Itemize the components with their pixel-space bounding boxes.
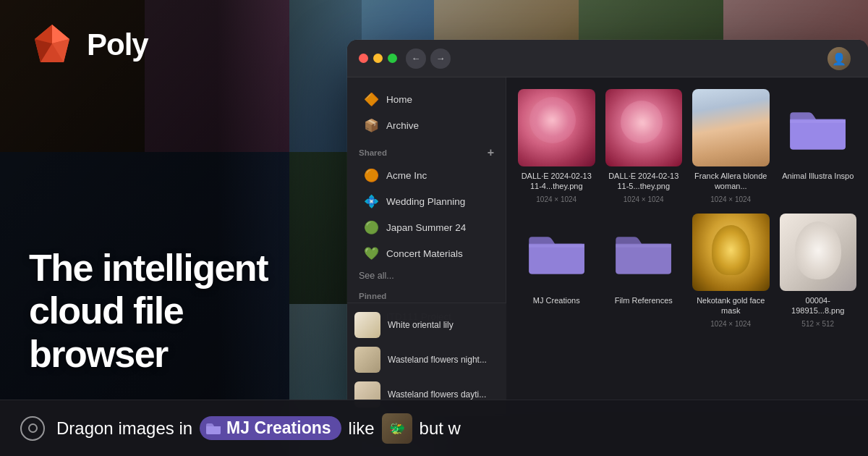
mj-creations-label: MJ Creations (226, 418, 331, 438)
file-meta-woman: 1024 × 1024 (710, 195, 751, 203)
file-meta-animal-img: 512 × 512 (801, 320, 834, 328)
file-item-film-references[interactable]: Film References (605, 214, 683, 328)
main-content-area: DALL·E 2024-02-13 11-4...they.png 1024 ×… (506, 77, 868, 416)
file-name-animal-illustra: Animal Illustra Inspo (782, 171, 854, 181)
folder-icon-acme: 🟠 (363, 168, 379, 183)
add-shared-button[interactable]: + (488, 146, 494, 159)
list-item-name-wasteland-night: Wasteland flowers night... (388, 355, 487, 365)
nav-buttons: ← → (406, 48, 451, 69)
sidebar-item-japan-summer[interactable]: 🟢 Japan Summer 24 (352, 215, 501, 240)
file-meta-dalle-2: 1024 × 1024 (624, 195, 664, 203)
sidebar-item-wedding-planning[interactable]: 💠 Wedding Planning (352, 189, 501, 214)
sidebar-item-label-japan: Japan Summer 24 (386, 222, 466, 233)
search-query: Dragon images in MJ Creations like 🐲 but… (56, 413, 461, 444)
shared-section-header: Shared + (347, 139, 506, 162)
file-thumb-mj-creations (518, 214, 595, 291)
list-thumb-lily (354, 312, 380, 338)
file-thumb-woman (692, 89, 770, 166)
traffic-lights (359, 54, 397, 63)
left-dark-overlay (0, 0, 362, 456)
file-thumb-nekotank (692, 214, 770, 291)
search-folder-pill[interactable]: MJ Creations (200, 416, 341, 440)
file-item-dalle-2[interactable]: DALL·E 2024-02-13 11-5...they.png 1024 ×… (605, 89, 683, 203)
file-name-animal-img: 00004-198915...8.png (780, 295, 857, 316)
file-thumb-film-references (605, 214, 683, 291)
thumb-image-dalle-2 (605, 89, 683, 166)
file-thumb-animal-img (780, 214, 857, 291)
nav-back-button[interactable]: ← (406, 48, 426, 69)
thumb-image-animal-img (780, 214, 857, 291)
search-icon (20, 416, 45, 441)
file-meta-nekotank: 1024 × 1024 (710, 320, 751, 328)
thumb-image-dalle-1 (518, 89, 595, 166)
nav-forward-button[interactable]: → (430, 48, 451, 69)
sidebar-item-label-archive: Archive (386, 120, 419, 131)
folder-icon-japan: 🟢 (363, 220, 379, 235)
list-item-name-lily: White oriental lily (388, 320, 454, 330)
logo-area: Poly (29, 22, 148, 68)
files-grid: DALL·E 2024-02-13 11-4...they.png 1024 ×… (518, 89, 856, 328)
file-name-dalle-1: DALL·E 2024-02-13 11-4...they.png (518, 171, 595, 192)
app-window: ← → 🔶 Home 📦 Archive Shared + 🟠 (347, 40, 868, 416)
file-name-woman: Franck Allera blonde woman... (692, 171, 770, 192)
file-item-animal-img[interactable]: 00004-198915...8.png 512 × 512 (780, 214, 857, 328)
sidebar-item-archive[interactable]: 📦 Archive (352, 113, 501, 138)
file-meta-dalle-1: 1024 × 1024 (536, 195, 576, 203)
archive-icon: 📦 (363, 118, 379, 133)
folder-animal-illustra (780, 89, 857, 166)
pinned-section-header: Pinned (347, 284, 506, 303)
sidebar-item-concert-materials[interactable]: 💚 Concert Materials (352, 241, 501, 266)
file-name-mj-creations: MJ Creations (533, 295, 580, 305)
folder-icon-concert: 💚 (363, 246, 379, 261)
thumb-image-woman (692, 89, 770, 166)
search-inner-circle (28, 423, 38, 433)
minimize-button[interactable] (373, 54, 383, 63)
file-name-dalle-2: DALL·E 2024-02-13 11-5...they.png (605, 171, 683, 192)
sidebar-item-label-wedding: Wedding Planning (386, 196, 465, 207)
see-all-link[interactable]: See all... (347, 267, 506, 284)
folder-icon-pill (205, 422, 221, 435)
file-name-film-references: Film References (615, 295, 673, 305)
file-item-dalle-1[interactable]: DALL·E 2024-02-13 11-4...they.png 1024 ×… (518, 89, 595, 203)
sidebar-item-acme-inc[interactable]: 🟠 Acme Inc (352, 163, 501, 188)
app-name: Poly (87, 28, 148, 62)
folder-mj-creations (518, 214, 595, 291)
search-text-like: like (349, 418, 375, 439)
search-bar[interactable]: Dragon images in MJ Creations like 🐲 but… (0, 400, 868, 456)
sidebar-item-label-home: Home (386, 94, 412, 105)
list-item-lily[interactable]: White oriental lily (354, 308, 499, 342)
logo-gem-icon (29, 22, 75, 68)
list-item-name-wasteland-day: Wasteland flowers dayti... (388, 389, 486, 400)
maximize-button[interactable] (388, 54, 397, 63)
sidebar-item-home[interactable]: 🔶 Home (352, 87, 501, 112)
title-bar: ← → (347, 40, 868, 77)
sidebar-item-label-concert: Concert Materials (386, 248, 463, 259)
file-item-animal-illustra[interactable]: Animal Illustra Inspo (780, 89, 857, 203)
home-icon: 🔶 (363, 92, 379, 107)
folder-icon-wedding: 💠 (363, 194, 379, 209)
file-item-woman[interactable]: Franck Allera blonde woman... 1024 × 102… (692, 89, 770, 203)
thumb-image-nekotank (692, 214, 770, 291)
folder-film-references (605, 214, 683, 291)
pinned-label: Pinned (359, 292, 386, 300)
sample-image-badge: 🐲 (382, 413, 412, 444)
list-item-wasteland-night[interactable]: Wasteland flowers night... (354, 342, 499, 377)
shared-label: Shared (359, 148, 387, 157)
tagline-text: The intelligent cloud file browser (29, 247, 268, 376)
list-thumb-wasteland-night (354, 347, 380, 373)
close-button[interactable] (359, 54, 368, 63)
sidebar-item-label-acme: Acme Inc (386, 170, 427, 181)
avatar[interactable] (827, 47, 851, 70)
file-name-nekotank: Nekotank gold face mask (692, 295, 770, 316)
search-text-start: Dragon images in (56, 418, 192, 439)
file-thumb-dalle-1 (518, 89, 595, 166)
file-item-mj-creations[interactable]: MJ Creations (518, 214, 595, 328)
file-thumb-dalle-2 (605, 89, 683, 166)
file-thumb-animal-illustra (780, 89, 857, 166)
tagline-area: The intelligent cloud file browser (29, 247, 268, 376)
search-text-tail: but w (420, 418, 461, 439)
file-item-nekotank[interactable]: Nekotank gold face mask 1024 × 1024 (692, 214, 770, 328)
